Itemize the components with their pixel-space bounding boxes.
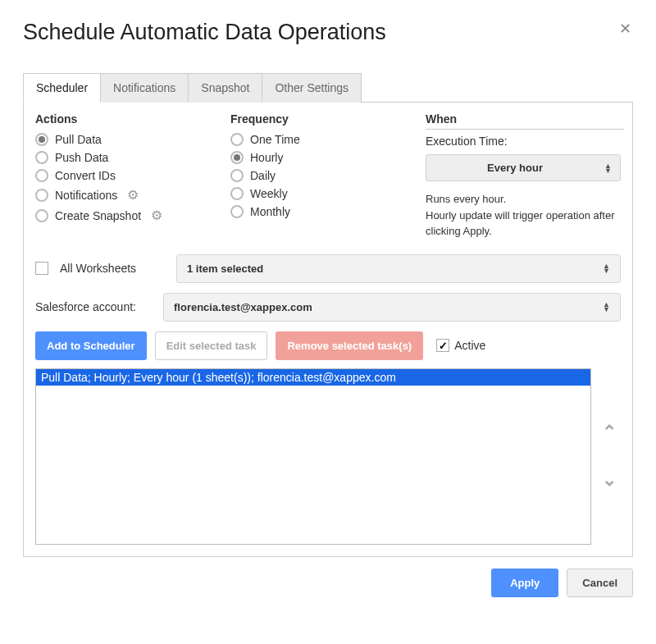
radio-icon <box>230 205 244 218</box>
radio-icon <box>35 189 48 202</box>
actions-heading: Actions <box>35 112 230 129</box>
freq-monthly[interactable]: Monthly <box>230 203 426 221</box>
freq-daily[interactable]: Daily <box>230 167 426 185</box>
freq-label: Daily <box>250 169 276 182</box>
action-push-data[interactable]: Push Data <box>35 148 230 167</box>
freq-label: Monthly <box>250 205 290 218</box>
worksheet-select-value: 1 item selected <box>187 263 263 275</box>
all-worksheets-label: All Worksheets <box>60 262 165 275</box>
action-label: Notifications <box>55 189 117 202</box>
execution-time-label: Execution Time: <box>426 135 621 148</box>
active-label: Active <box>454 339 485 352</box>
when-note: Runs every hour. <box>426 191 621 208</box>
action-pull-data[interactable]: Pull Data <box>35 130 230 148</box>
when-note: Hourly update will trigger operation aft… <box>426 208 621 240</box>
frequency-heading: Frequency <box>230 112 426 129</box>
action-label: Push Data <box>55 151 108 164</box>
radio-icon <box>230 133 244 146</box>
freq-weekly[interactable]: Weekly <box>230 185 426 203</box>
radio-icon <box>230 187 244 200</box>
close-icon[interactable]: ✕ <box>617 20 633 38</box>
tab-bar: Scheduler Notifications Snapshot Other S… <box>23 73 633 103</box>
dialog-title: Schedule Automatic Data Operations <box>23 20 386 45</box>
remove-selected-tasks-button[interactable]: Remove selected task(s) <box>276 331 423 360</box>
add-to-scheduler-button[interactable]: Add to Scheduler <box>35 331 147 360</box>
updown-icon: ▲▼ <box>603 263 610 273</box>
all-worksheets-checkbox[interactable] <box>35 262 48 275</box>
move-down-icon[interactable]: ⌄ <box>602 469 617 491</box>
gear-icon[interactable]: ⚙ <box>151 208 162 223</box>
tab-snapshot[interactable]: Snapshot <box>188 73 262 103</box>
tab-other-settings[interactable]: Other Settings <box>262 73 362 103</box>
execution-time-value: Every hour <box>487 162 543 174</box>
move-up-icon[interactable]: ⌃ <box>602 422 617 443</box>
action-create-snapshot[interactable]: Create Snapshot ⚙ <box>35 205 230 226</box>
salesforce-account-select[interactable]: florencia.test@xappex.com ▲▼ <box>163 293 621 322</box>
cancel-button[interactable]: Cancel <box>567 569 633 597</box>
tab-scheduler[interactable]: Scheduler <box>23 73 101 103</box>
freq-one-time[interactable]: One Time <box>230 130 426 148</box>
radio-icon <box>35 209 48 222</box>
radio-icon <box>35 133 48 146</box>
action-label: Pull Data <box>55 133 102 146</box>
task-list[interactable]: Pull Data; Hourly; Every hour (1 sheet(s… <box>35 368 591 545</box>
task-row[interactable]: Pull Data; Hourly; Every hour (1 sheet(s… <box>36 369 590 386</box>
execution-time-select[interactable]: Every hour ▲▼ <box>426 154 621 181</box>
action-convert-ids[interactable]: Convert IDs <box>35 167 230 185</box>
edit-selected-task-button[interactable]: Edit selected task <box>155 331 268 360</box>
apply-button[interactable]: Apply <box>491 569 558 597</box>
updown-icon: ▲▼ <box>604 163 612 173</box>
tab-notifications[interactable]: Notifications <box>100 73 189 103</box>
freq-hourly[interactable]: Hourly <box>230 148 426 167</box>
worksheet-select[interactable]: 1 item selected ▲▼ <box>176 254 621 283</box>
freq-label: One Time <box>250 133 300 146</box>
updown-icon: ▲▼ <box>603 302 610 312</box>
freq-label: Weekly <box>250 187 288 200</box>
radio-icon <box>230 169 244 182</box>
action-notifications[interactable]: Notifications ⚙ <box>35 185 230 205</box>
when-heading: When <box>426 112 624 130</box>
gear-icon[interactable]: ⚙ <box>127 187 139 203</box>
action-label: Convert IDs <box>55 169 116 182</box>
freq-label: Hourly <box>250 151 283 164</box>
radio-icon <box>35 151 48 164</box>
active-checkbox[interactable] <box>436 339 449 352</box>
action-label: Create Snapshot <box>55 209 141 222</box>
radio-icon <box>230 151 244 164</box>
salesforce-account-label: Salesforce account: <box>35 300 152 313</box>
salesforce-account-value: florencia.test@xappex.com <box>174 301 312 313</box>
radio-icon <box>35 169 48 182</box>
